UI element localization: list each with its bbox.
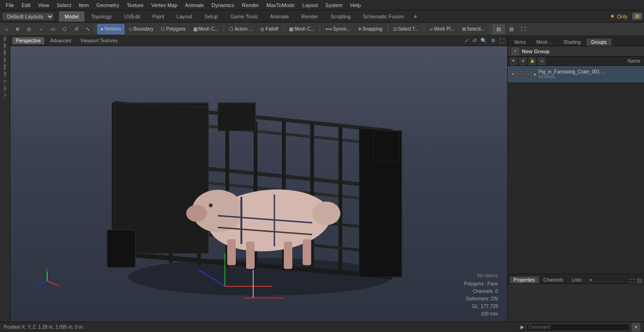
left-panel-item-c[interactable]: C...	[0, 79, 10, 86]
tab-game-tools[interactable]: Game Tools	[224, 11, 264, 22]
left-panel-item-pol[interactable]: Po...	[0, 72, 10, 79]
viewport-canvas[interactable]: No Items Polygons : Face Channels: 0 Def…	[10, 46, 507, 322]
left-panel-item-mes[interactable]: Me...	[0, 51, 10, 57]
menu-edit[interactable]: Edit	[18, 1, 34, 9]
tab-setup[interactable]: Setup	[198, 11, 223, 22]
menu-system[interactable]: System	[322, 1, 347, 9]
command-input[interactable]	[526, 324, 630, 331]
separator-5	[388, 25, 388, 33]
menu-item[interactable]: Item	[75, 1, 92, 9]
scene-item-visibility-icon[interactable]: 👁	[510, 71, 516, 78]
lasso-button[interactable]: ◎	[24, 24, 34, 34]
new-group-add-button[interactable]: +	[512, 48, 519, 55]
expand-panel-button[interactable]: ⛶	[630, 278, 635, 283]
circle-select-button[interactable]: ⬡	[59, 24, 70, 34]
bt-tab-properties[interactable]: Properties	[510, 276, 539, 283]
viewport-settings-button[interactable]: ⚙	[490, 38, 496, 44]
scene-item-lock-icon[interactable]: □	[517, 71, 524, 78]
scale-button[interactable]: ⤡	[83, 24, 93, 34]
viewport-tab-textures[interactable]: Viewport Textures	[77, 37, 122, 44]
action-button[interactable]: ⬡ Action ...	[226, 24, 256, 34]
menu-dynamics[interactable]: Dynamics	[208, 1, 238, 9]
globe-button[interactable]: ⊕	[12, 24, 23, 34]
tab-schematic-fusion[interactable]: Schematic Fusion	[357, 11, 410, 22]
tab-scripting[interactable]: Scripting	[325, 11, 356, 22]
selection-button[interactable]: ⊞ Selecti...	[459, 24, 488, 34]
tab-animate[interactable]: Animate	[264, 11, 295, 22]
menu-vertex-map[interactable]: Vertex Map	[148, 1, 182, 9]
menu-view[interactable]: View	[34, 1, 53, 9]
kits-button[interactable]: ▤	[492, 24, 505, 34]
rp-tab-groups[interactable]: Groups	[586, 39, 611, 46]
polygons-button[interactable]: ⬡ Polygons	[157, 24, 189, 34]
svg-rect-29	[227, 239, 236, 265]
left-panel-item-f[interactable]: F...	[0, 93, 10, 100]
rp-tab-mesh[interactable]: Mesh ...	[531, 39, 558, 46]
rotate-button[interactable]: ↺	[71, 24, 82, 34]
menu-animate[interactable]: Animate	[181, 1, 207, 9]
separator-6	[424, 25, 424, 33]
snapping-button[interactable]: ✛ Snapping	[355, 24, 386, 34]
view-mode-button[interactable]: ▤	[506, 24, 517, 34]
tab-topology[interactable]: Topology	[85, 11, 117, 22]
mesh-c2-button[interactable]: ▦ Mesh C...	[286, 24, 318, 34]
tab-paint[interactable]: Paint	[147, 11, 170, 22]
star-only-toggle[interactable]: ★ Only ⊠	[610, 13, 642, 20]
left-panel-item-em[interactable]: Em...	[0, 65, 10, 72]
vertices-button[interactable]: ● Vertices	[97, 24, 124, 34]
mesh-c-button[interactable]: ▦ Mesh C...	[190, 24, 222, 34]
viewport-fit-button[interactable]: ⤢	[463, 38, 470, 44]
menu-render[interactable]: Render	[238, 1, 263, 9]
viewport-tab-advanced[interactable]: Advanced	[46, 37, 74, 44]
symmetry-button[interactable]: ⟺ Symm...	[322, 24, 354, 34]
mesh-c-icon: ▦	[289, 26, 293, 32]
rp-tab-items[interactable]: Items	[510, 39, 530, 46]
select-through-button[interactable]: ⊡ Select T...	[390, 24, 422, 34]
maximize-button[interactable]: ⛶	[518, 24, 529, 34]
scene-item-render-icon[interactable]: □	[525, 71, 531, 78]
tab-layout[interactable]: Layout	[171, 11, 198, 22]
menu-texture[interactable]: Texture	[123, 1, 148, 9]
rp-tab-shading[interactable]: Shading	[559, 39, 586, 46]
home-button[interactable]: ⌂	[2, 24, 11, 34]
command-clear-button[interactable]: ✕	[632, 323, 640, 332]
menu-layout[interactable]: Layout	[298, 1, 322, 9]
tab-uvedit[interactable]: UVEdit	[118, 11, 146, 22]
layout-selector[interactable]: Default Layouts	[2, 12, 54, 21]
boundary-button[interactable]: ◇ Perspective Boundary	[125, 24, 157, 34]
bt-tab-lists[interactable]: Lists	[568, 276, 586, 283]
add-panel-tab-button[interactable]: +	[587, 277, 594, 283]
move-tool-button[interactable]: ↔	[35, 24, 47, 34]
viewport-zoom-button[interactable]: 🔍	[479, 38, 488, 44]
menu-file[interactable]: File	[2, 1, 18, 9]
menu-help[interactable]: Help	[347, 1, 365, 9]
left-panel-item-uv[interactable]: UV...	[0, 86, 10, 93]
left-panel-item-de[interactable]: De...	[0, 37, 10, 43]
scene-item-name-block: Pig_in_Farrowing_Crate_001 ... 28 Items	[538, 69, 605, 79]
rect-select-button[interactable]: ▭	[48, 24, 58, 34]
scene-item-pig-crate[interactable]: 👁 □ □ ▸ Pig_in_Farrowing_Crate_001 ... 2…	[508, 66, 644, 83]
menu-max-to-modo[interactable]: MaxToModo	[263, 1, 298, 9]
tab-render[interactable]: Render	[296, 11, 324, 22]
workplane-button[interactable]: ▱ Work Pl...	[426, 24, 458, 34]
scene-view-icon-2[interactable]: ⚙	[519, 57, 527, 65]
scene-view-icon-3[interactable]: 🔒	[528, 57, 536, 65]
menu-geometry[interactable]: Geometry	[92, 1, 123, 9]
viewport-controls: ⤢ ↺ 🔍 ⚙ ⛶	[463, 38, 505, 44]
viewport-tab-perspective[interactable]: Perspective	[12, 37, 44, 44]
falloff-button[interactable]: ◎ Falloff	[257, 24, 281, 34]
scene-view-icon-1[interactable]: 👁	[510, 57, 517, 65]
menu-select[interactable]: Select	[53, 1, 75, 9]
scene-item-expand-icon[interactable]: ▸	[534, 72, 537, 77]
add-tab-button[interactable]: +	[411, 13, 420, 20]
right-panel-tabs: Items Mesh ... Shading Groups	[508, 36, 644, 46]
left-panel-item-dup[interactable]: Du...	[0, 44, 10, 50]
scene-view-icon-4[interactable]: ◎	[538, 57, 545, 65]
tab-model[interactable]: Model	[59, 11, 84, 22]
left-panel-item-ver[interactable]: Ve...	[0, 58, 10, 65]
scene-list[interactable]: 👁 □ □ ▸ Pig_in_Farrowing_Crate_001 ... 2…	[508, 66, 644, 274]
viewport-reset-button[interactable]: ↺	[471, 38, 478, 44]
viewport-maximize-button[interactable]: ⛶	[498, 38, 505, 44]
bt-tab-channels[interactable]: Channels	[540, 276, 567, 283]
panel-settings-button[interactable]: ⬛	[636, 278, 642, 283]
